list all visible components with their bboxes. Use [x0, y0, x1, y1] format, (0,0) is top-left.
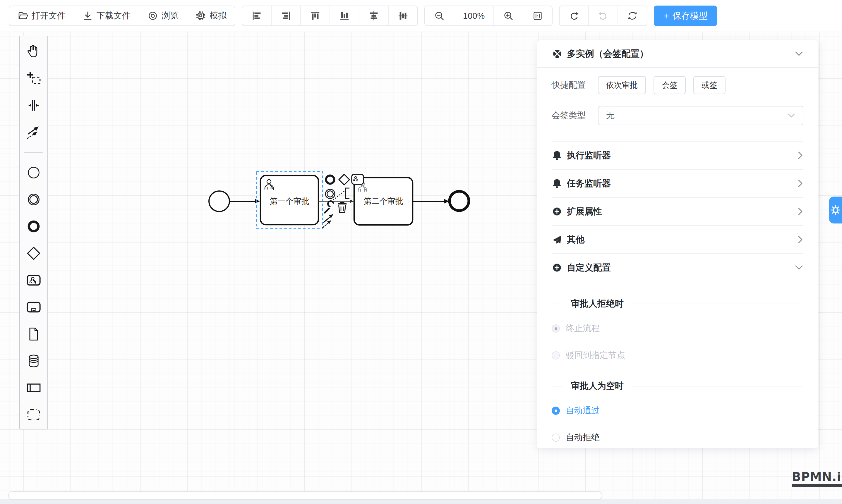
palette-global-connect-tool[interactable] [25, 124, 42, 140]
lasso-icon [26, 71, 41, 86]
user-task-icon [26, 273, 41, 288]
append-text-annotation-icon[interactable] [333, 188, 349, 200]
palette-data-object[interactable] [25, 326, 42, 342]
align-left-button[interactable] [242, 6, 271, 25]
radio-label: 终止流程 [566, 323, 600, 334]
open-file-button[interactable]: 打开文件 [10, 6, 74, 25]
start-event-shape[interactable] [209, 191, 229, 212]
redo-icon [598, 10, 609, 21]
fit-viewport-button[interactable] [523, 6, 552, 25]
zoom-out-button[interactable] [425, 6, 454, 25]
radio-auto-pass[interactable]: 自动通过 [552, 402, 803, 419]
radio-terminate-process[interactable]: 终止流程 [552, 320, 803, 337]
browse-button[interactable]: 浏览 [139, 6, 187, 25]
align-center-horizontal-button[interactable] [359, 6, 389, 25]
bpmn-diagram: 第一个审批 第二个审批 [199, 162, 480, 250]
palette-data-store[interactable] [25, 353, 42, 369]
palette-lasso-tool[interactable] [25, 70, 42, 87]
quick-option-countersign[interactable]: 会签 [653, 76, 686, 94]
palette-end-event[interactable] [25, 218, 42, 235]
align-button-group [242, 5, 418, 26]
align-right-button[interactable] [271, 6, 301, 25]
sequence-flow-1[interactable] [229, 199, 260, 203]
chip-icon [195, 11, 206, 21]
palette-space-tool[interactable] [25, 97, 42, 113]
download-icon [83, 11, 93, 21]
zoom-in-button[interactable] [494, 6, 523, 25]
end-event-icon [26, 219, 41, 234]
empty-group-title: 审批人为空时 [552, 380, 803, 392]
palette-gateway[interactable] [25, 245, 42, 262]
save-model-label: 保存模型 [672, 10, 708, 22]
data-store-icon [26, 353, 41, 368]
align-bottom-icon [339, 10, 350, 21]
task-first-approval[interactable]: 第一个审批 [261, 176, 318, 224]
bpmn-designer-app: 打开文件 下载文件 浏览 模 [0, 0, 842, 504]
sequence-flow-3[interactable] [413, 199, 449, 203]
section-custom-config[interactable]: 自定义配置 [552, 253, 803, 282]
delete-trash-icon[interactable] [338, 202, 347, 212]
quick-option-orsign[interactable]: 或签 [693, 76, 725, 94]
section-task-listener[interactable]: 任务监听器 [552, 169, 803, 197]
redo-button[interactable] [589, 6, 618, 25]
reject-title-text: 审批人拒绝时 [571, 298, 624, 310]
group-icon [26, 407, 41, 422]
section-execution-listener[interactable]: 执行监听器 [552, 141, 803, 169]
radio-auto-reject[interactable]: 自动拒绝 [552, 429, 803, 446]
align-center-vertical-button[interactable] [389, 6, 417, 25]
sequence-flow-2[interactable] [318, 199, 354, 203]
simulate-button[interactable]: 模拟 [187, 6, 235, 25]
sub-process-icon [26, 300, 41, 315]
quick-option-sequential[interactable]: 依次审批 [598, 76, 646, 94]
chevron-down-icon [794, 265, 803, 271]
radio-label: 驳回到指定节点 [566, 349, 625, 361]
palette-hand-tool[interactable] [25, 43, 42, 60]
section-label: 自定义配置 [567, 262, 611, 274]
top-toolbar: 打开文件 下载文件 浏览 模 [0, 0, 842, 32]
change-type-wrench-icon[interactable] [325, 201, 333, 213]
section-label: 执行监听器 [567, 149, 611, 161]
palette-participant[interactable] [25, 380, 42, 396]
fit-viewport-icon [532, 10, 543, 21]
start-event-icon [26, 165, 41, 180]
append-user-task-icon[interactable] [352, 174, 364, 184]
align-top-button[interactable] [301, 6, 330, 25]
sign-type-select[interactable]: 无 [598, 106, 803, 125]
eye-icon [147, 11, 158, 21]
align-top-icon [310, 10, 321, 21]
align-center-vertical-icon [398, 10, 408, 21]
align-bottom-button[interactable] [330, 6, 359, 25]
reset-button[interactable] [618, 6, 647, 25]
palette-group[interactable] [25, 407, 42, 423]
palette-start-event[interactable] [25, 164, 42, 181]
sign-type-value: 无 [606, 110, 615, 121]
connect-icon [26, 125, 41, 140]
horizontal-scrollbar-thumb[interactable] [8, 491, 602, 500]
chevron-down-icon[interactable] [794, 51, 803, 57]
save-model-button[interactable]: + 保存模型 [654, 5, 717, 26]
append-end-event-icon[interactable] [326, 176, 334, 184]
palette-user-task[interactable] [25, 272, 42, 288]
zoom-level-display[interactable]: 100% [454, 6, 494, 25]
panel-divider [537, 67, 818, 68]
zoom-out-icon [434, 10, 445, 21]
bpmn-io-logo[interactable]: BPMN.iO [792, 470, 842, 487]
divider-line [552, 386, 563, 386]
panel-header[interactable]: 多实例（会签配置） [552, 40, 803, 67]
append-intermediate-event-icon[interactable] [326, 189, 335, 199]
connect-arrows-icon[interactable] [323, 214, 333, 228]
task-second-approval[interactable]: 第二个审批 [354, 178, 413, 225]
section-other[interactable]: 其他 [552, 225, 803, 253]
end-event-shape[interactable] [450, 191, 469, 211]
horizontal-scrollbar-track[interactable] [0, 499, 842, 504]
append-gateway-icon[interactable] [339, 174, 349, 185]
radio-return-to-node[interactable]: 驳回到指定节点 [552, 347, 803, 364]
chevron-right-icon [797, 151, 803, 160]
download-file-button[interactable]: 下载文件 [74, 6, 139, 25]
zoom-button-group: 100% [424, 5, 552, 26]
section-extended-properties[interactable]: 扩展属性 [552, 197, 803, 225]
settings-tab[interactable] [829, 197, 842, 223]
palette-sub-process[interactable] [25, 299, 42, 315]
undo-button[interactable] [560, 6, 589, 25]
palette-intermediate-event[interactable] [25, 191, 42, 208]
